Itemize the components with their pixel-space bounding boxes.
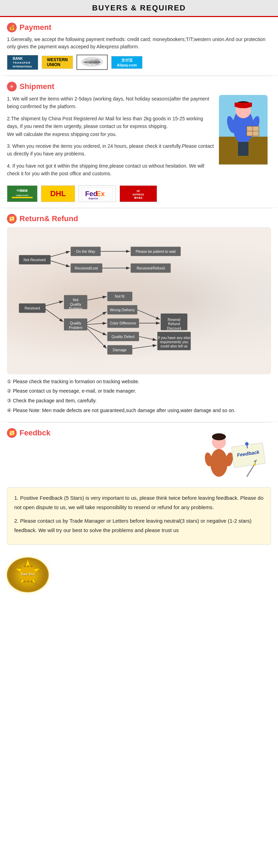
- feedback-icon: 🔁: [7, 428, 17, 438]
- svg-text:Quality: Quality: [70, 302, 82, 306]
- shipment-content: 1. We will sent the items within 2-5days…: [7, 95, 271, 182]
- svg-line-84: [139, 336, 157, 340]
- svg-text:SF: SF: [137, 190, 140, 193]
- page-title: BUYERS & REQUIRED: [0, 3, 278, 13]
- carrier-logos: 中国邮政 CHINA POST DHL Fed Ex Express SF: [7, 185, 271, 202]
- svg-text:Refund: Refund: [168, 322, 180, 326]
- feedback-para-2: 2. Please contact us by Trade Manager or…: [14, 516, 264, 535]
- feedback-heading: Feedbck: [19, 428, 50, 437]
- svg-text:Please be patient to wait: Please be patient to wait: [136, 249, 176, 253]
- payment-icon: 💰: [7, 23, 17, 32]
- flowchart-container: Not Received On the Way Please be patien…: [7, 227, 271, 374]
- svg-line-81: [87, 328, 107, 348]
- notes-list: ① Please check the tracking in formation…: [7, 378, 271, 415]
- note-4: ④ Please Note: Men made defects are not …: [7, 407, 271, 415]
- payment-heading: Payment: [19, 23, 51, 32]
- sf-express-logo: SF EXPRESS 顺丰速运: [120, 185, 157, 202]
- feedback-title-area: 🔁 Feedbck: [7, 428, 50, 438]
- svg-text:中国邮政: 中国邮政: [17, 189, 28, 192]
- svg-point-87: [210, 449, 228, 477]
- svg-rect-16: [243, 142, 248, 156]
- svg-rect-18: [235, 103, 252, 107]
- svg-text:On the Way: On the Way: [76, 249, 96, 253]
- svg-point-90: [212, 433, 226, 440]
- svg-line-78: [87, 312, 107, 322]
- shipment-heading: Shipment: [19, 82, 54, 91]
- return-title-area: 🔁 Return& Refund: [7, 214, 271, 224]
- svg-text:Problem: Problem: [69, 325, 82, 329]
- svg-text:★ ★ ★: ★ ★ ★: [23, 564, 32, 567]
- dhl-logo: DHL: [41, 185, 75, 202]
- fedex-logo: Fed Ex Express: [79, 185, 116, 202]
- svg-text:CHINA POST: CHINA POST: [16, 194, 29, 196]
- gold-badge: ★ ★ ★ Your Text ★ ★ ★: [7, 557, 49, 592]
- svg-text:Resend: Resend: [168, 317, 180, 321]
- svg-text:顺丰速运: 顺丰速运: [134, 196, 143, 199]
- page-header: BUYERS & REQUIRED: [0, 0, 278, 17]
- feedback-content-box: 1. Positive Feedback (5 Stars) is very i…: [7, 487, 271, 545]
- svg-line-75: [46, 301, 63, 305]
- feedback-illustration: Feedback: [198, 428, 268, 484]
- shipment-para-4: 4. If you have not got it within the shi…: [7, 162, 215, 178]
- svg-text:If you have any else: If you have any else: [158, 335, 190, 339]
- chinapost-logo: 中国邮政 CHINA POST: [7, 185, 38, 202]
- svg-rect-22: [12, 197, 33, 198]
- return-icon: 🔁: [7, 214, 17, 224]
- svg-text:Express: Express: [89, 197, 98, 200]
- return-refund-section: 🔁 Return& Refund Not Received On the Way…: [0, 208, 278, 422]
- shipment-title-area: ✈ Shipment: [7, 82, 271, 91]
- svg-text:requirements you: requirements you: [160, 340, 188, 344]
- svg-line-82: [137, 310, 160, 319]
- feedback-image-area: Feedback: [195, 428, 271, 484]
- alipay-logo: 支付宝Alipay.com: [111, 56, 142, 69]
- svg-text:DHL: DHL: [50, 189, 66, 198]
- svg-text:Not Received: Not Received: [24, 257, 46, 262]
- feedback-header: 🔁 Feedbck Feedback: [7, 428, 271, 484]
- note-2: ② Please contact us by meesage, e-mail, …: [7, 387, 271, 395]
- western-union-logo: WESTERNUNION: [42, 56, 73, 69]
- payment-section: 💰 Payment 1.Generally, we accept the fol…: [0, 17, 278, 76]
- svg-text:Received/Lost: Received/Lost: [75, 266, 98, 270]
- shipment-para-3: 3. When you receive the items you ordere…: [7, 142, 215, 158]
- shipment-para-2: 2.The shipment by China Post Registered …: [7, 115, 215, 138]
- delivery-illustration: [219, 95, 268, 164]
- svg-line-93: [247, 445, 247, 448]
- shipment-section: ✈ Shipment 1. We will sent the items wit…: [0, 76, 278, 208]
- svg-line-79: [87, 323, 107, 324]
- svg-text:★ ★ ★: ★ ★ ★: [23, 580, 32, 583]
- svg-line-85: [132, 345, 157, 348]
- svg-text:Quality Defect: Quality Defect: [112, 334, 134, 338]
- shipment-image-area: [215, 95, 271, 182]
- svg-text:Problem: Problem: [69, 306, 82, 311]
- flowchart-svg: Not Received On the Way Please be patien…: [14, 234, 264, 366]
- svg-text:Ex: Ex: [96, 190, 105, 198]
- svg-text:EXPRESS: EXPRESS: [132, 193, 144, 196]
- payment-title-area: 💰 Payment: [7, 23, 271, 32]
- svg-text:Quality: Quality: [70, 321, 82, 325]
- svg-text:Not fit: Not fit: [115, 294, 125, 298]
- svg-line-80: [87, 326, 107, 335]
- svg-line-77: [87, 296, 107, 300]
- feedback-para-1: 1. Positive Feedback (5 Stars) is very i…: [14, 493, 264, 512]
- shipment-icon: ✈: [7, 82, 17, 91]
- svg-text:Fed: Fed: [85, 190, 98, 198]
- payment-text: 1.Generally, we accept the following pay…: [7, 36, 271, 50]
- feedback-section: 🔁 Feedbck Feedback: [0, 423, 278, 554]
- svg-text:Damage: Damage: [113, 348, 126, 352]
- svg-rect-15: [238, 142, 243, 156]
- bank-transfer-logo: BANKTRANSFERINTERNATIONAL: [7, 55, 38, 70]
- svg-text:Not: Not: [73, 298, 78, 302]
- svg-text:Received: Received: [25, 306, 40, 310]
- payment-logos: BANKTRANSFERINTERNATIONAL WESTERNUNION m…: [7, 55, 271, 70]
- svg-text:moneybookers: moneybookers: [83, 61, 101, 64]
- svg-line-44: [51, 251, 70, 256]
- badge-svg: ★ ★ ★ Your Text ★ ★ ★: [8, 556, 47, 594]
- svg-line-76: [46, 309, 63, 321]
- shipment-para-1: 1. We will sent the items within 2-5days…: [7, 95, 215, 111]
- svg-line-46: [51, 260, 70, 266]
- moneybookers-logo: moneybookers: [76, 55, 108, 70]
- svg-text:Wrong Delivery: Wrong Delivery: [110, 307, 135, 312]
- bottom-badge-area: ★ ★ ★ Your Text ★ ★ ★: [0, 554, 278, 596]
- note-1: ① Please check the tracking in formation…: [7, 378, 271, 386]
- svg-text:Color Difference: Color Difference: [110, 321, 136, 325]
